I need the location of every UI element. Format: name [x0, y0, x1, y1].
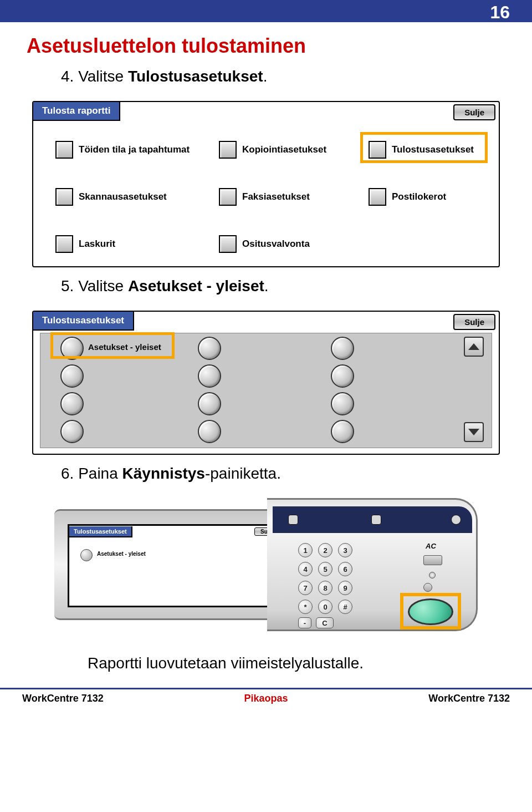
key-2[interactable]: 2: [318, 543, 332, 557]
step-4: 4. Valitse Tulostusasetukset.: [61, 68, 505, 85]
panel-report-title: Tulosta raportti: [33, 102, 120, 121]
key-dash[interactable]: -: [298, 617, 311, 628]
key-star[interactable]: *: [298, 600, 313, 614]
ac-label: AC: [426, 542, 436, 550]
footer-right: WorkCentre 7132: [428, 693, 510, 704]
option-empty[interactable]: [331, 364, 354, 388]
step-5-prefix: Valitse: [78, 277, 128, 295]
option-empty[interactable]: [198, 420, 221, 443]
opt-label: Töiden tila ja tapahtumat: [79, 144, 190, 155]
checkbox-icon: [55, 141, 73, 159]
services-button[interactable]: [288, 515, 298, 525]
step-6-prefix: Paina: [78, 465, 122, 482]
option-empty[interactable]: [60, 420, 84, 443]
checkbox-icon: [369, 188, 386, 206]
checkbox-icon: [219, 141, 237, 159]
option-empty[interactable]: [60, 364, 84, 388]
opt-label: Kopiointiasetukset: [242, 144, 326, 155]
step-6: 6. Paina Käynnistys-painiketta.: [61, 465, 505, 483]
bottom-text: Raportti luovutetaan viimeistelyalustall…: [88, 654, 505, 672]
touch-screen-option[interactable]: [80, 549, 93, 561]
opt-mailbox[interactable]: Postilokerot: [369, 188, 446, 206]
step-6-bold: Käynnistys: [122, 465, 205, 482]
opt-jobs[interactable]: Töiden tila ja tapahtumat: [55, 141, 190, 159]
opt-print[interactable]: Tulostusasetukset: [369, 141, 474, 159]
option-general[interactable]: [60, 337, 84, 360]
option-empty[interactable]: [331, 420, 354, 443]
key-0[interactable]: 0: [318, 600, 332, 614]
control-panel-header: [273, 506, 472, 533]
checkbox-icon: [55, 235, 73, 253]
option-empty[interactable]: [331, 337, 354, 360]
key-9[interactable]: 9: [338, 581, 352, 595]
led-icon: [429, 572, 436, 578]
key-7[interactable]: 7: [298, 581, 313, 595]
option-empty[interactable]: [331, 392, 354, 415]
panel-print-settings-title: Tulostusasetukset: [33, 312, 134, 331]
panel-print-settings-close-button[interactable]: Sulje: [453, 314, 495, 330]
opt-label: Laskurit: [79, 238, 115, 250]
step-5-suffix: .: [264, 277, 269, 295]
control-panel-keypad-side: 1 2 3 4 5 6 7 8 9 * 0 # - C AC: [267, 498, 478, 631]
step-6-num: 6.: [61, 465, 74, 482]
option-general-label: Asetukset - yleiset: [88, 342, 161, 352]
touch-screen-title: Tulostusasetukset: [69, 526, 132, 537]
opt-label: Skannausasetukset: [79, 191, 167, 202]
step-5: 5. Valitse Asetukset - yleiset.: [61, 277, 505, 295]
option-empty[interactable]: [198, 392, 221, 415]
checkbox-icon: [219, 235, 237, 253]
stop-button[interactable]: [423, 583, 432, 592]
footer: WorkCentre 7132 Pikaopas WorkCentre 7132: [0, 693, 532, 704]
opt-label: Tulostusasetukset: [392, 144, 474, 155]
checkbox-icon: [55, 188, 73, 206]
opt-label: Faksiasetukset: [242, 191, 310, 202]
page-heading: Asetusluettelon tulostaminen: [27, 34, 505, 58]
checkbox-icon: [369, 141, 386, 159]
opt-copy[interactable]: Kopiointiasetukset: [219, 141, 326, 159]
key-hash[interactable]: #: [338, 600, 352, 614]
scroll-down-button[interactable]: [464, 422, 484, 442]
key-c[interactable]: C: [316, 617, 334, 628]
panel-print-settings-body: Asetukset - yleiset: [40, 333, 492, 448]
step-4-bold: Tulostusasetukset: [128, 68, 263, 85]
touch-screen: Tulostusasetukset Sulje Asetukset - ylei…: [68, 524, 284, 607]
step-5-num: 5.: [61, 277, 74, 295]
scroll-up-button[interactable]: [464, 337, 484, 357]
key-4[interactable]: 4: [298, 562, 313, 576]
footer-separator: [0, 688, 532, 689]
step-4-num: 4.: [61, 68, 74, 85]
opt-fax[interactable]: Faksiasetukset: [219, 188, 310, 206]
opt-label: Ositusvalvonta: [242, 238, 310, 250]
touch-screen-option-label: Asetukset - yleiset: [97, 551, 146, 557]
control-panel-illustration: Tulostusasetukset Sulje Asetukset - ylei…: [54, 498, 478, 642]
opt-counters[interactable]: Laskurit: [55, 235, 115, 253]
opt-auditron[interactable]: Ositusvalvonta: [219, 235, 310, 253]
interrupt-button[interactable]: [423, 555, 442, 565]
option-empty[interactable]: [60, 392, 84, 415]
panel-report: Tulosta raportti Sulje Töiden tila ja ta…: [32, 101, 500, 267]
page-number: 16: [490, 2, 510, 23]
option-empty[interactable]: [198, 337, 221, 360]
step-4-suffix: .: [263, 68, 268, 85]
key-3[interactable]: 3: [338, 543, 352, 557]
footer-mid: Pikaopas: [244, 693, 288, 704]
key-1[interactable]: 1: [298, 543, 313, 557]
key-5[interactable]: 5: [318, 562, 332, 576]
panel-report-close-button[interactable]: Sulje: [453, 104, 495, 120]
top-bar: [0, 0, 532, 22]
step-6-suffix: -painiketta.: [205, 465, 281, 482]
footer-left: WorkCentre 7132: [22, 693, 104, 704]
opt-scan[interactable]: Skannausasetukset: [55, 188, 167, 206]
opt-label: Postilokerot: [392, 191, 446, 202]
step-5-bold: Asetukset - yleiset: [128, 277, 264, 295]
highlight-start-button: [400, 593, 461, 630]
checkbox-icon: [219, 188, 237, 206]
control-panel-screen-side: Tulostusasetukset Sulje Asetukset - ylei…: [54, 509, 304, 620]
machine-status-button[interactable]: [451, 515, 461, 525]
option-empty[interactable]: [198, 364, 221, 388]
step-4-prefix: Valitse: [78, 68, 128, 85]
key-8[interactable]: 8: [318, 581, 332, 595]
key-6[interactable]: 6: [338, 562, 352, 576]
panel-print-settings: Tulostusasetukset Sulje Asetukset - ylei…: [32, 311, 500, 455]
job-status-button[interactable]: [371, 515, 381, 525]
